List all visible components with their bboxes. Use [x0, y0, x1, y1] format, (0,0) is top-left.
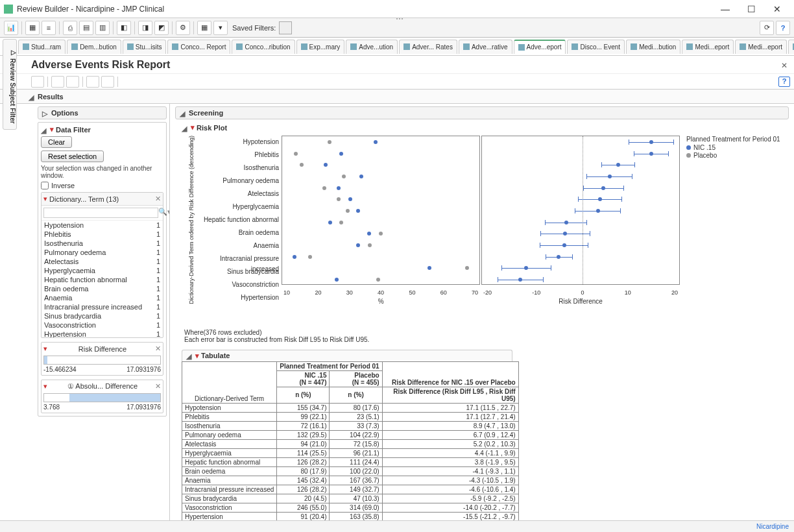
term-search-input[interactable]: [43, 208, 158, 218]
disclosure-icon[interactable]: ◢: [186, 352, 193, 359]
point-placebo[interactable]: [328, 140, 331, 144]
risk-diff-slider[interactable]: [43, 356, 161, 365]
disclosure-icon[interactable]: ◢: [41, 127, 47, 133]
reset-selection-button[interactable]: Reset selection: [41, 151, 104, 162]
toolbar-btn-1[interactable]: 📊: [4, 21, 18, 35]
abs-diff-slider[interactable]: [43, 393, 161, 402]
table-row[interactable]: Hyperglycaemia114 (25.5)96 (21.1)4.4 (-1…: [182, 448, 519, 457]
point-diff[interactable]: [518, 278, 522, 282]
disclosure-icon[interactable]: ◢: [29, 93, 35, 100]
point-nic[interactable]: [356, 209, 360, 213]
point-diff[interactable]: [524, 266, 528, 270]
toolbar-btn-2[interactable]: ▦: [25, 21, 40, 35]
maximize-button[interactable]: ☐: [738, 0, 764, 18]
help-icon[interactable]: ?: [776, 21, 790, 35]
term-list[interactable]: Hypotension1Phlebitis1Isosthenuria1Pulmo…: [42, 221, 163, 337]
saved-filters-dropdown[interactable]: [279, 21, 292, 34]
disclosure-icon[interactable]: ◢: [182, 125, 188, 131]
table-row[interactable]: Sinus bradycardia20 (4.5)47 (10.3)-5.9 (…: [182, 494, 519, 503]
tab-item[interactable]: Stud...ram: [18, 40, 66, 54]
tab-item[interactable]: Conco... Report: [167, 40, 230, 54]
th-placebo[interactable]: Placebo(N = 455): [330, 370, 382, 387]
close-report-button[interactable]: ✕: [781, 61, 789, 69]
point-placebo[interactable]: [346, 209, 350, 213]
clear-button[interactable]: Clear: [41, 136, 72, 148]
table-row[interactable]: Hypotension155 (34.7)80 (17.6)17.1 (11.5…: [182, 403, 519, 412]
point-nic[interactable]: [339, 152, 343, 156]
term-row[interactable]: Intracranial pressure increased1: [42, 302, 163, 311]
menu-icon[interactable]: ▾: [43, 345, 47, 353]
rt-btn-5[interactable]: [101, 76, 114, 88]
toolbar-btn-5[interactable]: ▤: [79, 21, 93, 35]
th-npct-2[interactable]: n (%): [330, 387, 382, 403]
toolbar-right-1[interactable]: ⟳: [760, 21, 774, 35]
menu-icon[interactable]: ▾: [50, 125, 54, 134]
table-row[interactable]: Vasoconstriction246 (55.0)314 (69.0)-14.…: [182, 503, 519, 512]
point-nic[interactable]: [348, 197, 352, 201]
term-row[interactable]: Hypertension1: [42, 330, 163, 337]
close-button[interactable]: ✕: [764, 0, 790, 18]
th-npct-1[interactable]: n (%): [277, 387, 330, 403]
point-diff[interactable]: [608, 175, 612, 178]
tab-item[interactable]: Medi...bution: [626, 40, 680, 54]
tab-item[interactable]: Adver... Rates: [399, 40, 457, 54]
toolbar-btn-11[interactable]: ▦: [197, 21, 211, 35]
tab-item[interactable]: Adve...ution: [346, 40, 398, 54]
point-nic[interactable]: [356, 243, 360, 247]
saved-filters-icon[interactable]: ▾: [213, 21, 228, 35]
point-placebo[interactable]: [308, 255, 312, 259]
menu-icon[interactable]: ▾: [191, 123, 195, 132]
th-nic[interactable]: NIC .15(N = 447): [277, 370, 330, 387]
point-placebo[interactable]: [376, 278, 380, 282]
menu-icon[interactable]: ▾: [43, 382, 47, 391]
point-placebo[interactable]: [368, 243, 372, 247]
point-placebo[interactable]: [379, 232, 383, 236]
rt-btn-3[interactable]: [66, 76, 79, 88]
point-nic[interactable]: [427, 266, 431, 270]
th-riskdiff-title[interactable]: Risk Difference for NIC .15 over Placebo: [382, 361, 518, 387]
th-planned[interactable]: Planned Treatment for Period 01: [277, 361, 382, 370]
toolbar-btn-4[interactable]: ⎙: [63, 21, 77, 35]
rt-btn-1[interactable]: [31, 76, 44, 88]
risk-plot-header[interactable]: ◢ ▾ Risk Plot: [175, 122, 789, 133]
point-nic[interactable]: [293, 255, 296, 259]
table-row[interactable]: Anaemia145 (32.4)167 (36.7)-4.3 (-10.5 ,…: [182, 476, 519, 485]
point-nic[interactable]: [367, 232, 371, 236]
status-study[interactable]: Nicardipine: [756, 523, 789, 530]
tab-item[interactable]: Adve...eport: [514, 40, 566, 54]
point-nic[interactable]: [359, 175, 363, 178]
close-icon[interactable]: ✕: [155, 345, 161, 353]
term-row[interactable]: Phlebitis1: [42, 230, 163, 239]
term-row[interactable]: Hypotension1: [42, 221, 163, 230]
point-nic[interactable]: [335, 278, 339, 282]
menu-icon[interactable]: ▾: [195, 352, 199, 360]
table-row[interactable]: Brain oedema80 (17.9)100 (22.0)-4.1 (-9.…: [182, 466, 519, 476]
results-header[interactable]: ◢ Results: [0, 90, 794, 104]
inverse-input[interactable]: [41, 182, 49, 189]
toolbar-btn-8[interactable]: ◨: [138, 21, 152, 35]
rt-btn-4[interactable]: [86, 76, 99, 88]
term-row[interactable]: Hepatic function abnormal1: [42, 275, 163, 284]
point-diff[interactable]: [562, 243, 566, 247]
point-diff[interactable]: [616, 163, 620, 167]
risk-diff-plot[interactable]: -20-1001020 Risk Difference: [481, 136, 680, 285]
point-nic[interactable]: [374, 140, 378, 144]
tab-item[interactable]: Stu...isits: [123, 40, 167, 54]
toolbar-btn-6[interactable]: ▥: [95, 21, 110, 35]
legend-item-nic[interactable]: NIC .15: [686, 144, 789, 151]
table-row[interactable]: Pulmonary oedema132 (29.5)104 (22.9)6.7 …: [182, 430, 519, 439]
point-diff[interactable]: [564, 221, 568, 224]
point-placebo[interactable]: [337, 197, 341, 201]
tab-item[interactable]: Medi...eport: [682, 40, 734, 54]
point-diff[interactable]: [557, 255, 560, 259]
disclosure-icon[interactable]: ▷: [42, 110, 49, 116]
point-diff[interactable]: [649, 140, 653, 144]
term-row[interactable]: Pulmonary oedema1: [42, 248, 163, 257]
table-row[interactable]: Atelectasis94 (21.0)72 (15.8)5.2 (0.2 , …: [182, 439, 519, 448]
point-placebo[interactable]: [339, 221, 343, 224]
point-nic[interactable]: [337, 186, 341, 190]
percent-plot[interactable]: 10203040506070 %: [282, 136, 480, 285]
tab-item[interactable]: Disco... Event: [567, 40, 625, 54]
th-term[interactable]: Dictionary-Derived Term: [182, 361, 277, 403]
tabulate-header[interactable]: ◢ ▾ Tabulate: [182, 350, 512, 361]
